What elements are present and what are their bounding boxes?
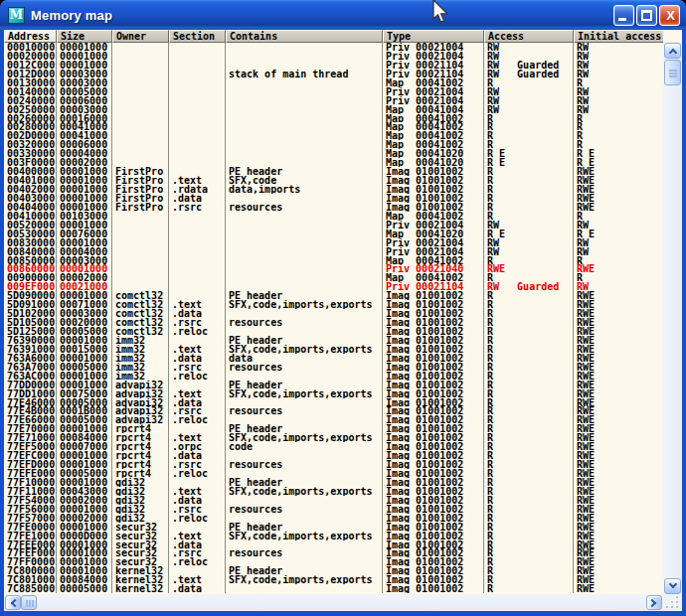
- memory-row-5D125000[interactable]: 5D12500000005000comctl32.relocImag 01001…: [4, 327, 663, 336]
- cell-contains: [226, 114, 383, 123]
- memory-row-0012C000[interactable]: 0012C00000001000Priv 00021104RW GuardedR…: [4, 61, 663, 70]
- memory-row-002D0000[interactable]: 002D000000041000Map 00041002RR: [4, 131, 663, 140]
- memory-row-00240000[interactable]: 0024000000006000Priv 00021004RWRW: [4, 96, 663, 105]
- cell-owner: advapi32: [112, 398, 169, 407]
- memory-row-77DD0000[interactable]: 77DD000000001000advapi32PE headerImag 01…: [4, 381, 663, 389]
- memory-row-77DD1000[interactable]: 77DD100000075000advapi32.textSFX,code,im…: [4, 389, 663, 398]
- memory-row-77EF5000[interactable]: 77EF500000007000rpcrt4.orpccodeImag 0100…: [4, 442, 663, 451]
- column-header-contains[interactable]: Contains: [226, 30, 383, 43]
- memory-row-77FEE000[interactable]: 77FEE00000001000secur32.dataImag 0100100…: [4, 540, 663, 549]
- memory-row-5D090000[interactable]: 5D09000000001000comctl32PE headerImag 01…: [4, 291, 663, 300]
- memory-row-00850000[interactable]: 0085000000003000Map 00041002RR: [4, 256, 663, 265]
- horizontal-scroll-thumb[interactable]: [21, 595, 37, 610]
- memory-row-77E4B000[interactable]: 77E4B0000001B000advapi32.rsrcresourcesIm…: [4, 406, 663, 415]
- memory-row-00402000[interactable]: 0040200000001000FirstPro.rdatadata,impor…: [4, 185, 663, 194]
- memory-row-77F54000[interactable]: 77F5400000002000gdi32.dataImag 01001002R…: [4, 496, 663, 505]
- memory-row-7C885000[interactable]: 7C88500000005000kernel32.dataImag 010010…: [4, 584, 663, 593]
- memory-row-00140000[interactable]: 0014000000005000Priv 00021004RWRW: [4, 87, 663, 96]
- scroll-right-button[interactable]: [646, 595, 662, 610]
- memory-row-00020000[interactable]: 0002000000001000Priv 00021004RWRW: [4, 52, 663, 61]
- memory-row-00530000[interactable]: 0053000000076000Map 00041020R ER E: [4, 230, 663, 238]
- memory-row-77E66000[interactable]: 77E6600000005000advapi32.relocImag 01001…: [4, 415, 663, 424]
- memory-row-77F57000[interactable]: 77F5700000002000gdi32.relocImag 01001002…: [4, 514, 663, 523]
- cell-initial: RWE: [574, 372, 663, 381]
- memory-row-00404000[interactable]: 0040400000001000FirstPro.rsrcresourcesIm…: [4, 203, 663, 212]
- memory-row-00410000[interactable]: 0041000000103000Map 00041002RR: [4, 212, 663, 221]
- cell-address: 00410000: [4, 212, 57, 221]
- cell-size: 00004000: [57, 149, 112, 158]
- memory-row-00403000[interactable]: 0040300000001000FirstPro.dataImag 010010…: [4, 194, 663, 203]
- memory-row-00401000[interactable]: 0040100000001000FirstPro.textSFX,codeIma…: [4, 176, 663, 185]
- memory-row-77EFD000[interactable]: 77EFD00000001000rpcrt4.rsrcresourcesImag…: [4, 460, 663, 469]
- memory-row-00520000[interactable]: 0052000000001000Priv 00021004RWRW: [4, 221, 663, 230]
- column-header-address[interactable]: Address: [4, 30, 57, 43]
- memory-row-00010000[interactable]: 0001000000001000Priv 00021004RWRW: [4, 43, 663, 52]
- column-header-size[interactable]: Size: [57, 30, 112, 43]
- cell-initial: RW: [574, 282, 663, 291]
- memory-row-00400000[interactable]: 0040000000001000FirstProPE headerImag 01…: [4, 167, 663, 176]
- scroll-left-button[interactable]: [5, 595, 21, 610]
- memory-row-00320000[interactable]: 0032000000006000Map 00041002RR: [4, 140, 663, 149]
- resize-grip[interactable]: [663, 594, 682, 611]
- cell-section: .data: [169, 398, 226, 407]
- column-header-initial[interactable]: Initial access: [574, 30, 663, 43]
- cell-initial: RWE: [574, 167, 663, 176]
- column-header-access[interactable]: Access: [484, 30, 574, 43]
- memory-row-77EFC000[interactable]: 77EFC00000001000rpcrt4.dataImag 01001002…: [4, 451, 663, 460]
- cell-access: R: [484, 363, 574, 372]
- memory-row-763A7000[interactable]: 763A700000005000imm32.rsrcresourcesImag …: [4, 363, 663, 372]
- app-icon[interactable]: M: [8, 7, 25, 24]
- maximize-button[interactable]: [636, 5, 657, 26]
- column-header-owner[interactable]: Owner: [112, 30, 169, 43]
- memory-row-77E70000[interactable]: 77E7000000001000rpcrt4PE headerImag 0100…: [4, 424, 663, 433]
- memory-row-00130000[interactable]: 0013000000003000Map 00041002RR: [4, 78, 663, 87]
- cell-contains: [226, 87, 383, 96]
- chevron-up-icon: [669, 49, 677, 57]
- memory-row-00260000[interactable]: 0026000000016000Map 00041002RR: [4, 114, 663, 123]
- vertical-scroll-thumb[interactable]: [664, 60, 681, 85]
- close-button[interactable]: X: [659, 5, 680, 26]
- memory-row-77FE0000[interactable]: 77FE000000001000secur32PE headerImag 010…: [4, 523, 663, 532]
- memory-row-77F56000[interactable]: 77F5600000001000gdi32.rsrcresourcesImag …: [4, 505, 663, 514]
- memory-row-763A6000[interactable]: 763A600000001000imm32.datadataImag 01001…: [4, 354, 663, 363]
- memory-row-00250000[interactable]: 0025000000003000Map 00041004RWRW: [4, 105, 663, 114]
- memory-row-0012D000[interactable]: 0012D00000003000stack of main threadPriv…: [4, 70, 663, 78]
- memory-row-77E46000[interactable]: 77E4600000005000advapi32.dataImag 010010…: [4, 398, 663, 407]
- memory-row-7C801000[interactable]: 7C80100000084000kernel32.textSFX,code,im…: [4, 575, 663, 584]
- memory-row-00860000[interactable]: 0086000000001000Priv 00021040RWERWE: [4, 264, 663, 273]
- memory-row-77FE1000[interactable]: 77FE10000000D000secur32.textSFX,code,imp…: [4, 532, 663, 540]
- titlebar[interactable]: M Memory map X: [0, 0, 686, 30]
- cell-address: 00860000: [4, 264, 57, 273]
- memory-row-77FF0000[interactable]: 77FF000000001000secur32.relocImag 010010…: [4, 557, 663, 566]
- memory-row-00830000[interactable]: 0083000000001000Priv 00021004RWRW: [4, 238, 663, 247]
- memory-row-77EFE000[interactable]: 77EFE00000005000rpcrt4.relocImag 0100100…: [4, 469, 663, 478]
- memory-row-00330000[interactable]: 0033000000004000Map 00041020R ER E: [4, 149, 663, 158]
- column-header-section[interactable]: Section: [169, 30, 226, 43]
- horizontal-scrollbar[interactable]: [4, 594, 663, 611]
- vertical-scrollbar[interactable]: [663, 43, 682, 594]
- memory-row-003F0000[interactable]: 003F000000002000Map 00041020R ER E: [4, 158, 663, 167]
- memory-row-77F11000[interactable]: 77F1100000043000gdi32.textSFX,code,impor…: [4, 487, 663, 496]
- scroll-up-button[interactable]: [664, 43, 681, 59]
- cell-access: R: [484, 433, 574, 442]
- memory-row-00280000[interactable]: 0028000000041000Map 00041002RR: [4, 122, 663, 131]
- memory-row-5D091000[interactable]: 5D09100000071000comctl32.textSFX,code,im…: [4, 300, 663, 309]
- memory-row-00900000[interactable]: 0090000000002000Map 00041002RR: [4, 273, 663, 282]
- scroll-down-button[interactable]: [664, 578, 681, 594]
- memory-row-77FEF000[interactable]: 77FEF00000001000secur32.rsrcresourcesIma…: [4, 548, 663, 557]
- cell-initial: R E: [574, 149, 663, 158]
- memory-row-009EF000[interactable]: 009EF00000021000Priv 00021104RW GuardedR…: [4, 282, 663, 291]
- memory-row-76391000[interactable]: 7639100000015000imm32.textSFX,code,impor…: [4, 345, 663, 354]
- memory-row-76390000[interactable]: 7639000000001000imm32PE headerImag 01001…: [4, 336, 663, 345]
- memory-row-77F10000[interactable]: 77F1000000001000gdi32PE headerImag 01001…: [4, 478, 663, 487]
- cell-initial: RWE: [574, 194, 663, 203]
- memory-row-763AC000[interactable]: 763AC00000001000imm32.relocImag 01001002…: [4, 372, 663, 381]
- minimize-button[interactable]: [613, 5, 634, 26]
- column-header-type[interactable]: Type: [383, 30, 484, 43]
- cell-contains: SFX,code,imports,exports: [226, 433, 383, 442]
- memory-row-5D105000[interactable]: 5D10500000020000comctl32.rsrcresourcesIm…: [4, 318, 663, 327]
- memory-row-77E71000[interactable]: 77E7100000084000rpcrt4.textSFX,code,impo…: [4, 433, 663, 442]
- memory-row-5D102000[interactable]: 5D10200000003000comctl32.dataImag 010010…: [4, 309, 663, 318]
- memory-row-7C800000[interactable]: 7C80000000001000kernel32PE headerImag 01…: [4, 566, 663, 575]
- memory-row-00840000[interactable]: 0084000000004000Priv 00021004RWRW: [4, 247, 663, 256]
